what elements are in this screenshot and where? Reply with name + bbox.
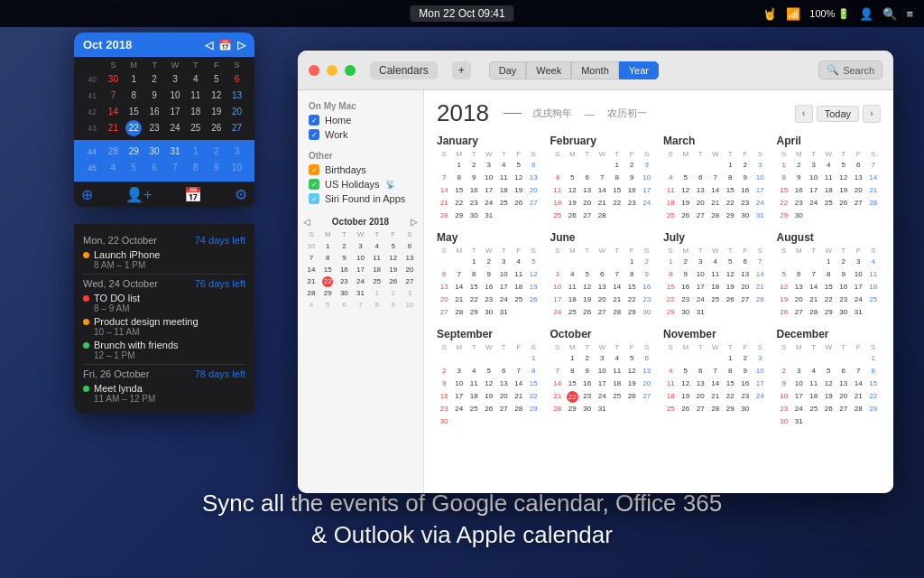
month-day[interactable]: 24 (550, 306, 566, 319)
month-day[interactable]: 4 (663, 172, 679, 184)
month-day[interactable]: 12 (624, 365, 640, 378)
month-day[interactable]: 14 (610, 281, 625, 294)
month-day[interactable]: 10 (452, 378, 467, 390)
month-day[interactable]: 27 (693, 210, 708, 222)
month-day[interactable]: 20 (526, 184, 541, 197)
month-day[interactable]: 25 (565, 306, 580, 319)
month-day[interactable]: 9 (640, 268, 655, 281)
month-day[interactable]: 30 (679, 306, 694, 319)
month-day[interactable]: 25 (821, 197, 836, 210)
prev-year-button[interactable]: ‹ (795, 105, 813, 123)
month-day[interactable]: 24 (693, 294, 708, 306)
month-day[interactable]: 6 (640, 352, 655, 365)
month-day[interactable]: 17 (807, 184, 822, 197)
month-day[interactable]: 23 (777, 403, 792, 415)
month-day[interactable]: 8 (526, 365, 541, 378)
minimize-button[interactable] (327, 65, 337, 76)
month-day[interactable]: 10 (482, 172, 497, 184)
month-day[interactable]: 31 (791, 415, 807, 428)
mini-cal-next[interactable]: ▷ (237, 39, 245, 51)
month-day[interactable]: 6 (595, 268, 610, 281)
month-day[interactable]: 18 (663, 197, 679, 210)
month-day[interactable]: 11 (550, 184, 566, 197)
month-day[interactable]: 17 (753, 378, 768, 390)
month-day[interactable]: 19 (512, 184, 527, 197)
month-day[interactable]: 7 (708, 172, 724, 184)
month-day[interactable]: 9 (791, 172, 807, 184)
month-day[interactable]: 5 (679, 365, 694, 378)
month-day[interactable]: 13 (851, 172, 866, 184)
month-day[interactable]: 15 (821, 281, 836, 294)
month-day[interactable]: 27 (836, 403, 852, 415)
month-day[interactable]: 11 (467, 378, 482, 390)
month-day[interactable]: 3 (693, 256, 708, 268)
month-day[interactable]: 13 (595, 281, 610, 294)
month-day[interactable]: 11 (807, 378, 822, 390)
sidebar-item-siri[interactable]: ✓ Siri Found in Apps (298, 191, 423, 206)
month-day[interactable]: 14 (595, 184, 610, 197)
month-day[interactable]: 14 (550, 378, 566, 390)
mini-cal-nav[interactable]: ◁ 📅 ▷ (205, 39, 245, 51)
month-day[interactable]: 26 (679, 210, 694, 222)
month-day[interactable]: 29 (866, 403, 882, 415)
search-box[interactable]: 🔍 Search (818, 61, 882, 79)
month-day[interactable]: 4 (807, 365, 822, 378)
month-day[interactable]: 2 (437, 365, 452, 378)
month-day[interactable]: 27 (526, 197, 541, 210)
month-day[interactable]: 7 (437, 172, 452, 184)
month-day[interactable]: 24 (496, 294, 512, 306)
month-day[interactable]: 1 (565, 352, 580, 365)
month-day[interactable]: 3 (595, 352, 610, 365)
month-day[interactable]: 4 (708, 256, 724, 268)
month-day[interactable]: 11 (663, 184, 679, 197)
month-day[interactable]: 26 (777, 306, 792, 319)
month-day[interactable]: 3 (496, 256, 512, 268)
month-day[interactable]: 29 (663, 306, 679, 319)
month-day[interactable]: 9 (624, 172, 640, 184)
month-day[interactable]: 22 (821, 294, 836, 306)
month-day[interactable]: 4 (663, 365, 679, 378)
tab-day[interactable]: Day (489, 61, 527, 79)
month-day[interactable]: 10 (640, 172, 655, 184)
month-day[interactable]: 8 (723, 172, 738, 184)
month-day[interactable]: 23 (624, 197, 640, 210)
month-day[interactable]: 23 (738, 197, 753, 210)
siri-checkbox[interactable]: ✓ (309, 193, 319, 204)
month-day[interactable]: 28 (512, 403, 527, 415)
month-day[interactable]: 25 (866, 294, 882, 306)
month-day[interactable]: 8 (467, 268, 482, 281)
month-day[interactable]: 12 (777, 281, 792, 294)
month-day[interactable]: 26 (580, 306, 596, 319)
month-day[interactable]: 10 (851, 268, 866, 281)
month-day[interactable]: 24 (791, 403, 807, 415)
month-day[interactable]: 7 (595, 172, 610, 184)
month-day[interactable]: 15 (526, 378, 541, 390)
month-day[interactable]: 26 (624, 390, 640, 403)
month-day[interactable]: 21 (550, 390, 566, 403)
month-day[interactable]: 2 (640, 256, 655, 268)
month-day[interactable]: 16 (738, 378, 753, 390)
month-day[interactable]: 7 (851, 365, 866, 378)
month-day[interactable]: 18 (866, 281, 882, 294)
month-day[interactable]: 18 (821, 184, 836, 197)
month-day[interactable]: 18 (550, 197, 566, 210)
month-day[interactable]: 16 (777, 390, 792, 403)
month-day[interactable]: 16 (738, 184, 753, 197)
month-day[interactable]: 15 (624, 281, 640, 294)
month-day[interactable]: 7 (708, 365, 724, 378)
month-day[interactable]: 17 (595, 378, 610, 390)
add-calendar-button[interactable]: + (452, 61, 471, 79)
month-day[interactable]: 16 (640, 281, 655, 294)
month-day[interactable]: 23 (836, 294, 852, 306)
month-day[interactable]: 24 (851, 294, 866, 306)
month-day[interactable]: 11 (512, 268, 527, 281)
month-day[interactable]: 28 (866, 197, 882, 210)
month-day[interactable]: 1 (526, 352, 541, 365)
month-day[interactable]: 24 (753, 197, 768, 210)
month-day[interactable]: 23 (437, 403, 452, 415)
month-day[interactable]: 28 (708, 210, 724, 222)
tab-year[interactable]: Year (619, 61, 659, 79)
month-day[interactable]: 24 (640, 197, 655, 210)
sidebar-item-work[interactable]: ✓ Work (298, 127, 423, 142)
search-icon[interactable]: 🔍 (882, 7, 897, 21)
